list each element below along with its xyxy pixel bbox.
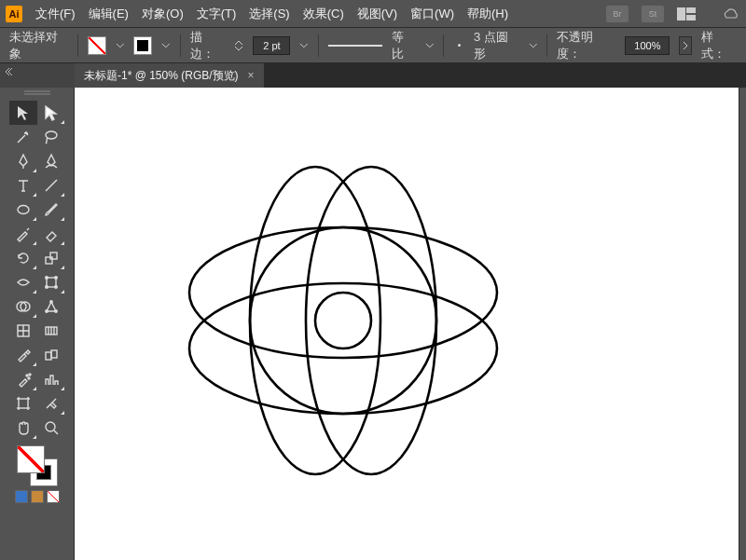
scale-tool[interactable] xyxy=(37,246,65,270)
fill-stroke-swatch[interactable] xyxy=(17,445,58,486)
hand-tool[interactable] xyxy=(9,416,37,440)
svg-rect-22 xyxy=(51,350,57,358)
type-tool[interactable] xyxy=(9,173,37,198)
color-mode-gradient[interactable] xyxy=(31,490,44,503)
symbol-sprayer-tool[interactable] xyxy=(9,367,37,391)
pen-tool[interactable] xyxy=(9,149,37,173)
variable-width-profile-preview[interactable] xyxy=(328,45,382,47)
profile-dropdown-icon[interactable] xyxy=(425,41,435,50)
column-graph-tool[interactable] xyxy=(37,367,65,391)
menu-object[interactable]: 对象(O) xyxy=(142,6,184,22)
app-logo: Ai xyxy=(6,6,22,22)
stroke-swatch[interactable] xyxy=(133,36,152,55)
svg-point-23 xyxy=(26,375,28,376)
artwork xyxy=(75,88,739,560)
svg-rect-7 xyxy=(46,257,52,264)
tools-panel-collapse-handle[interactable] xyxy=(0,63,75,88)
menu-help[interactable]: 帮助(H) xyxy=(467,6,508,22)
svg-rect-21 xyxy=(46,352,51,360)
svg-point-33 xyxy=(315,293,371,348)
stroke-label: 描边： xyxy=(190,29,226,62)
svg-point-13 xyxy=(54,286,57,289)
svg-point-17 xyxy=(45,310,47,312)
puppet-warp-tool[interactable] xyxy=(37,294,65,319)
ellipse-tool[interactable] xyxy=(9,198,37,222)
svg-point-32 xyxy=(250,227,436,414)
svg-point-16 xyxy=(49,301,51,303)
zoom-tool[interactable] xyxy=(37,416,65,440)
control-bar: 未选择对象 描边： 等比 3 点圆形 不透明度： 样式： xyxy=(0,28,746,63)
document-tab[interactable]: 未标题-1* @ 150% (RGB/预览) × xyxy=(75,63,265,88)
menu-type[interactable]: 文字(T) xyxy=(197,6,237,22)
stroke-weight-input[interactable] xyxy=(253,36,290,55)
svg-point-10 xyxy=(45,277,48,280)
line-segment-tool[interactable] xyxy=(37,173,65,198)
direct-selection-tool[interactable] xyxy=(37,101,65,125)
mesh-tool[interactable] xyxy=(9,319,37,343)
tools-panel-drag-handle[interactable] xyxy=(22,89,52,97)
arrange-documents-button[interactable] xyxy=(677,7,696,20)
blend-tool[interactable] xyxy=(37,343,65,367)
rotate-tool[interactable] xyxy=(9,246,37,270)
paintbrush-tool[interactable] xyxy=(37,198,65,222)
stroke-dropdown-icon[interactable] xyxy=(161,41,171,50)
fill-color-swatch[interactable] xyxy=(17,445,45,473)
brush-definition-preview[interactable] xyxy=(453,40,464,51)
shaper-tool[interactable] xyxy=(9,222,37,246)
profile-label: 等比 xyxy=(392,29,415,62)
eraser-tool[interactable] xyxy=(37,222,65,246)
right-panel-edge[interactable] xyxy=(739,88,746,560)
menu-view[interactable]: 视图(V) xyxy=(357,6,397,22)
svg-rect-26 xyxy=(19,399,28,408)
brush-dropdown-icon[interactable] xyxy=(529,41,538,50)
sync-icon[interactable] xyxy=(722,7,740,20)
brush-label: 3 点圆形 xyxy=(474,29,518,62)
stock-button[interactable]: St xyxy=(642,6,664,22)
svg-point-6 xyxy=(18,206,29,214)
tools-panel xyxy=(0,88,75,560)
curvature-tool[interactable] xyxy=(37,149,65,173)
svg-point-18 xyxy=(54,310,56,312)
close-tab-button[interactable]: × xyxy=(248,69,255,82)
opacity-more-icon[interactable] xyxy=(679,36,692,55)
document-tab-strip: 未标题-1* @ 150% (RGB/预览) × xyxy=(0,63,746,88)
selection-tool[interactable] xyxy=(9,101,37,125)
menu-file[interactable]: 文件(F) xyxy=(35,6,76,22)
main-area xyxy=(0,88,746,560)
style-label: 样式： xyxy=(701,29,737,62)
lasso-tool[interactable] xyxy=(37,125,65,149)
width-tool[interactable] xyxy=(9,270,37,294)
gradient-tool[interactable] xyxy=(37,319,65,343)
free-transform-tool[interactable] xyxy=(37,270,65,294)
svg-rect-2 xyxy=(686,15,696,20)
svg-rect-0 xyxy=(677,7,685,20)
svg-point-24 xyxy=(28,377,30,379)
color-mode-buttons xyxy=(15,490,60,503)
menu-effect[interactable]: 效果(C) xyxy=(303,6,344,22)
color-mode-color[interactable] xyxy=(15,490,28,503)
bridge-button[interactable]: Br xyxy=(606,6,629,22)
svg-point-25 xyxy=(29,374,31,376)
opacity-label: 不透明度： xyxy=(557,29,615,62)
stroke-weight-stepper[interactable] xyxy=(234,39,243,52)
opacity-input[interactable] xyxy=(625,36,670,55)
menu-edit[interactable]: 编辑(E) xyxy=(89,6,129,22)
artboard-tool[interactable] xyxy=(9,391,37,416)
shape-builder-tool[interactable] xyxy=(9,294,37,319)
svg-point-27 xyxy=(46,422,55,431)
fill-dropdown-icon[interactable] xyxy=(116,41,125,50)
document-canvas[interactable] xyxy=(75,88,739,560)
stroke-weight-dropdown-icon[interactable] xyxy=(299,41,309,50)
fill-swatch[interactable] xyxy=(88,36,106,55)
color-mode-none[interactable] xyxy=(47,490,60,503)
svg-rect-1 xyxy=(686,7,696,13)
menu-select[interactable]: 选择(S) xyxy=(249,6,289,22)
eyedropper-tool[interactable] xyxy=(9,343,37,367)
magic-wand-tool[interactable] xyxy=(9,125,37,149)
slice-tool[interactable] xyxy=(37,391,65,416)
document-tab-title: 未标题-1* @ 150% (RGB/预览) xyxy=(84,68,239,84)
menu-bar: Ai 文件(F) 编辑(E) 对象(O) 文字(T) 选择(S) 效果(C) 视… xyxy=(0,0,746,28)
svg-point-11 xyxy=(54,277,57,280)
svg-rect-8 xyxy=(50,253,57,259)
menu-window[interactable]: 窗口(W) xyxy=(410,6,454,22)
